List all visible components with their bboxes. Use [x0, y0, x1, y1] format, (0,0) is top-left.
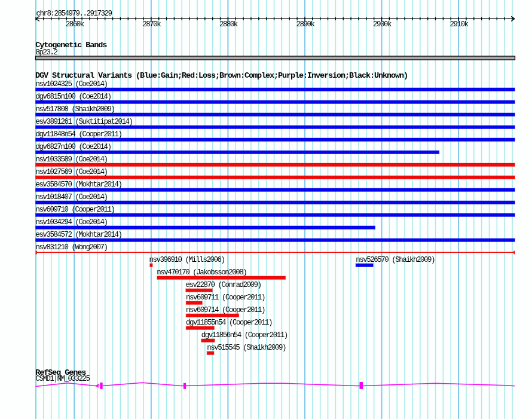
svg-text:nsv515545 (Shaikh2009): nsv515545 (Shaikh2009) — [207, 344, 286, 352]
svg-text:nsv609710 (Cooper2011): nsv609710 (Cooper2011) — [36, 206, 115, 214]
svg-text:nsv1024325 (Coe2014): nsv1024325 (Coe2014) — [36, 80, 108, 88]
svg-text:dgv6815n100 (Coe2014): dgv6815n100 (Coe2014) — [36, 93, 111, 101]
svg-text:dgv11848n54 (Cooper2011): dgv11848n54 (Cooper2011) — [36, 130, 122, 139]
svg-text:nsv831210 (Wong2007): nsv831210 (Wong2007) — [36, 243, 108, 252]
svg-text:nsv1033589 (Coe2014): nsv1033589 (Coe2014) — [36, 155, 108, 164]
svg-text:2890k: 2890k — [296, 20, 314, 29]
svg-text:nsv396910 (Mills2006): nsv396910 (Mills2006) — [149, 256, 225, 264]
svg-text:dgv11855n54 (Cooper2011): dgv11855n54 (Cooper2011) — [186, 319, 272, 327]
svg-text:CSMD1|NM_033225: CSMD1|NM_033225 — [36, 375, 90, 383]
svg-text:esv3584572 (Mokhtar2014): esv3584572 (Mokhtar2014) — [36, 231, 122, 239]
svg-text:nsv470170 (Jakobsson2008): nsv470170 (Jakobsson2008) — [157, 268, 246, 277]
svg-text:nsv526570 (Shaikh2009): nsv526570 (Shaikh2009) — [356, 256, 435, 264]
svg-text:8p23.2: 8p23.2 — [36, 48, 58, 57]
svg-text:nsv517808 (Shaikh2009): nsv517808 (Shaikh2009) — [36, 105, 115, 114]
svg-text:esv22870 (Conrad2009): esv22870 (Conrad2009) — [186, 281, 261, 289]
svg-text:2860k: 2860k — [66, 20, 84, 29]
svg-text:chr8:2854979..2917329: chr8:2854979..2917329 — [36, 10, 112, 18]
svg-text:2910k: 2910k — [450, 20, 469, 29]
svg-text:2880k: 2880k — [219, 20, 238, 29]
svg-text:esv3584570 (Mokhtar2014): esv3584570 (Mokhtar2014) — [36, 181, 122, 189]
svg-text:2900k: 2900k — [373, 20, 392, 29]
svg-text:dgv11856n54 (Cooper2011): dgv11856n54 (Cooper2011) — [201, 331, 288, 340]
svg-text:nsv1027569 (Coe2014): nsv1027569 (Coe2014) — [36, 168, 108, 176]
svg-text:DGV Structural Variants (Blue:: DGV Structural Variants (Blue:Gain;Red:L… — [35, 71, 408, 80]
svg-text:nsv1034294 (Coe2014): nsv1034294 (Coe2014) — [36, 218, 108, 227]
svg-text:nsv609714 (Cooper2011): nsv609714 (Cooper2011) — [186, 306, 265, 314]
svg-text:esv3891261 (Suktitipat2014): esv3891261 (Suktitipat2014) — [36, 118, 133, 126]
svg-text:nsv1018407 (Coe2014): nsv1018407 (Coe2014) — [36, 193, 108, 201]
svg-text:2870k: 2870k — [142, 20, 161, 29]
svg-text:dgv6827n100 (Coe2014): dgv6827n100 (Coe2014) — [36, 143, 111, 151]
svg-text:nsv609711 (Cooper2011): nsv609711 (Cooper2011) — [186, 293, 265, 302]
